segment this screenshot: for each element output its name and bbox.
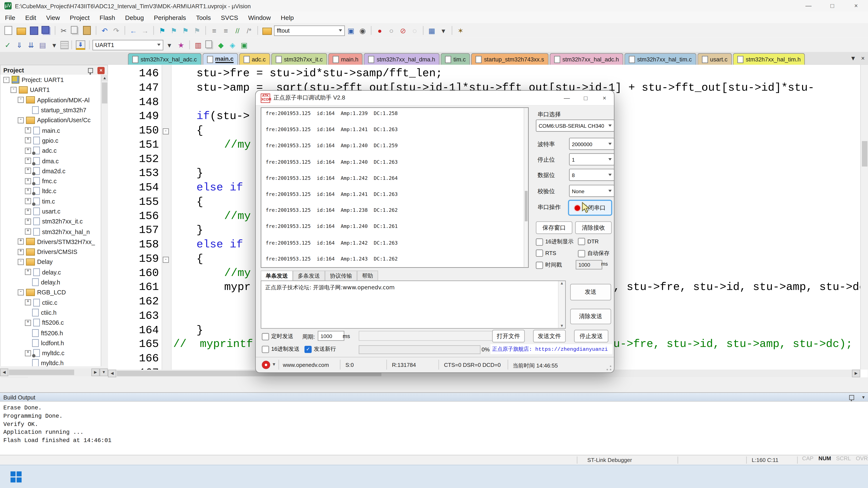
uncomment-icon[interactable]: /* — [244, 25, 254, 35]
expand-icon[interactable]: + — [25, 178, 31, 184]
bookmark-next-icon[interactable]: ⚑ — [180, 25, 191, 35]
hex-send-checkbox[interactable]: 16进制发送 — [262, 345, 300, 353]
databits-combo[interactable]: 8 — [569, 169, 614, 181]
baud-combo[interactable]: 2000000 — [569, 138, 614, 150]
scroll-thumb[interactable] — [9, 369, 74, 375]
expand-icon[interactable]: + — [25, 198, 31, 204]
menu-project[interactable]: Project — [65, 14, 95, 21]
undo-icon[interactable]: ↶ — [99, 25, 110, 35]
menu-edit[interactable]: Edit — [20, 14, 41, 21]
tree-item-stm32h7xx-hal-n[interactable]: +stm32h7xx_hal_n — [1, 227, 108, 237]
build-output-body[interactable]: Erase Done.Programming Done.Verify OK.Ap… — [0, 401, 868, 457]
tree-item-ctiic-h[interactable]: ctiic.h — [1, 307, 108, 318]
breakpoint-disable-icon[interactable]: ⊘ — [398, 25, 409, 35]
indent-icon[interactable]: ≡ — [220, 25, 231, 35]
bookmark-icon[interactable]: ⚑ — [157, 25, 167, 35]
analysis-dropdown-icon[interactable]: ▾ — [438, 25, 449, 35]
open-file-button[interactable]: 打开文件 — [492, 330, 525, 343]
nav-forward-icon[interactable]: → — [140, 25, 151, 35]
save-all-icon[interactable] — [41, 26, 50, 34]
clear-send-button[interactable]: 清除发送 — [570, 309, 611, 324]
build-icon[interactable]: ⇓ — [14, 40, 25, 50]
tree-item-lcdfont-h[interactable]: lcdfont.h — [1, 338, 108, 348]
menu-window[interactable]: Window — [243, 14, 276, 21]
tree-item-main-c[interactable]: +main.c — [1, 125, 108, 135]
collapse-icon[interactable]: - — [3, 77, 9, 83]
dialog-maximize-button[interactable]: □ — [576, 95, 595, 101]
send-newline-checkbox[interactable]: ✓发送新行 — [305, 345, 336, 353]
cut-icon[interactable]: ✂ — [58, 25, 69, 35]
tree-item-adc-c[interactable]: +adc.c — [1, 145, 108, 156]
scroll-left-icon[interactable]: ◀ — [108, 369, 116, 378]
tree-item-rgb-lcd[interactable]: -RGB_LCD — [1, 287, 108, 297]
rebuild-icon[interactable]: ⇊ — [25, 40, 36, 50]
tab-close-icon[interactable]: × — [861, 55, 865, 61]
receive-scrollbar[interactable] — [524, 108, 528, 267]
tree-item-uart1[interactable]: -UART1 — [1, 85, 108, 95]
panel-close-icon[interactable]: × — [97, 67, 105, 74]
tree-item-usart-c[interactable]: +usart.c — [1, 206, 108, 217]
performance-icon[interactable]: ◈ — [227, 40, 238, 50]
find-in-files-icon[interactable] — [262, 27, 272, 35]
breakpoint-enable-icon[interactable]: ○ — [386, 25, 397, 35]
expand-icon[interactable]: + — [25, 168, 31, 174]
tab-tim-c[interactable]: tim.c — [441, 53, 470, 65]
collapse-icon[interactable]: - — [18, 259, 24, 265]
save-icon[interactable] — [30, 26, 38, 35]
tab-adc-c[interactable]: adc.c — [239, 53, 270, 65]
expand-icon[interactable]: + — [25, 229, 31, 235]
dialog-close-button[interactable]: × — [595, 95, 614, 101]
new-file-icon[interactable] — [4, 26, 12, 35]
tree-hscrollbar[interactable]: ◀ ▶ ▼ — [0, 368, 108, 377]
expand-icon[interactable]: + — [25, 148, 31, 154]
tab-stm32h7xx-hal-dma-h[interactable]: stm32h7xx_hal_dma.h — [364, 53, 439, 65]
breakpoint-clear-icon[interactable]: ◌ — [409, 25, 420, 35]
tab-stm32h7xx-hal-tim-h[interactable]: stm32h7xx_hal_tim.h — [733, 53, 805, 65]
minimize-button[interactable]: — — [797, 0, 820, 12]
xcom-titlebar[interactable]: ATKXCOM 正点原子串口调试助手 V2.8 — □ × — [256, 91, 614, 106]
tree-item-fmc-c[interactable]: +fmc.c — [1, 176, 108, 186]
nav-back-icon[interactable]: ← — [128, 25, 139, 35]
hex-display-checkbox[interactable]: 16进制显示 — [536, 238, 574, 246]
redo-icon[interactable]: ↷ — [111, 25, 122, 35]
tab-overflow-icon[interactable]: ▼ — [850, 55, 856, 61]
copy-icon[interactable] — [71, 26, 78, 34]
batch-dropdown-icon[interactable]: ▾ — [49, 40, 60, 50]
tree-item-myltdc-h[interactable]: myltdc.h — [1, 358, 108, 366]
batch-build-icon[interactable]: ▤ — [37, 40, 48, 50]
tree-item-delay-h[interactable]: delay.h — [1, 277, 108, 287]
tree-item-ft5206-c[interactable]: +ft5206.c — [1, 318, 108, 328]
expand-icon[interactable]: + — [25, 350, 31, 356]
stop-build-icon[interactable] — [60, 41, 69, 49]
paste-icon[interactable] — [83, 26, 91, 35]
debug-icon[interactable]: ◆ — [215, 40, 226, 50]
menu-flash[interactable]: Flash — [94, 14, 120, 21]
tree-item-dma-c[interactable]: +dma.c — [1, 156, 108, 166]
expand-icon[interactable]: + — [25, 137, 31, 143]
tree-item-stm32h7xx-it-c[interactable]: +stm32h7xx_it.c — [1, 217, 108, 227]
collapse-icon[interactable]: - — [10, 87, 17, 93]
expand-icon[interactable]: + — [25, 208, 31, 214]
maximize-button[interactable]: □ — [820, 0, 844, 12]
file-path-field[interactable] — [359, 331, 493, 341]
settings-gear-icon[interactable] — [262, 361, 270, 368]
tree-item-ltdc-c[interactable]: +ltdc.c — [1, 186, 108, 196]
send-tab-2[interactable]: 协议传输 — [325, 270, 357, 281]
tree-item-project-uart1[interactable]: -Project: UART1 — [1, 75, 108, 85]
clear-receive-button[interactable]: 清除接收 — [575, 221, 612, 234]
manage-kit-icon[interactable]: ▥ — [193, 40, 204, 50]
send-tab-1[interactable]: 多条发送 — [293, 270, 325, 281]
open-file-icon[interactable] — [17, 27, 26, 35]
expand-icon[interactable]: + — [25, 269, 31, 275]
tree-item-drivers-stm32h7xx[interactable]: +Drivers/STM32H7xx_ — [1, 236, 108, 247]
expand-icon[interactable]: + — [25, 127, 31, 133]
timestamp-period-field[interactable]: 1000 — [576, 260, 602, 269]
target-dropdown-icon[interactable]: ▾ — [164, 40, 175, 50]
timed-send-checkbox[interactable]: 定时发送 — [262, 332, 293, 340]
panel-menu-icon[interactable]: ▾ — [862, 394, 865, 400]
scroll-right-icon[interactable]: ▶ — [852, 369, 860, 378]
tree-item-ctiic-c[interactable]: +ctiic.c — [1, 297, 108, 307]
breakpoint-insert-icon[interactable]: ● — [374, 25, 385, 35]
expand-icon[interactable]: + — [25, 188, 31, 194]
binoculars-icon[interactable]: ◉ — [357, 25, 368, 35]
